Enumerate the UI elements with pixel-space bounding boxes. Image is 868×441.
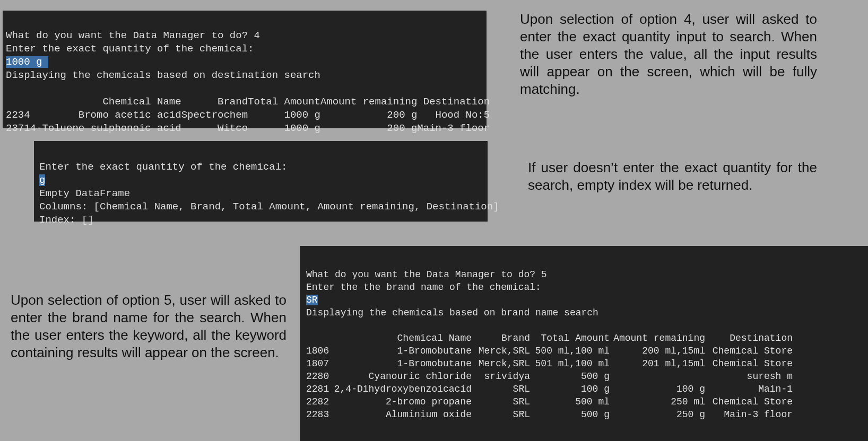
t3-r3-total: 100 g: [530, 383, 610, 395]
t1-h-dest: Destination: [417, 95, 490, 109]
t1-r1-idx: 2371: [6, 122, 30, 135]
t1-display-line: Displaying the chemicals based on destin…: [6, 69, 320, 81]
terminal-3: What do you want the Data Manager to do?…: [300, 246, 868, 441]
table-row: 22822-bromo propaneSRL500 ml250 mlChemic…: [306, 395, 793, 408]
table-row: 18061-BromobutaneMerck,SRL500 ml,100 ml2…: [306, 345, 793, 357]
terminal-1: What do you want the Data Manager to do?…: [3, 11, 487, 128]
t3-r0-total: 500 ml,100 ml: [530, 345, 610, 357]
table-row: 2280Cyanouric chloridesrividya500 gsures…: [306, 370, 793, 383]
t1-r0-total: 1000 g: [248, 109, 320, 122]
t3-r2-dest: suresh m: [705, 370, 793, 383]
t1-h-total: Total Amount: [248, 95, 320, 109]
t1-header-row: Chemical NameBrandTotal AmountAmount rem…: [6, 95, 490, 109]
t1-r1-cname: 4-Toluene sulphonoic acid: [30, 122, 181, 135]
t3-r3-cname: 2,4-Dihydroxybenzoicacid: [333, 383, 472, 395]
t1-r0-dest: Hood No:5: [417, 109, 490, 122]
t3-h-total: Total Amount: [530, 332, 610, 345]
t1-r0-remain: 200 g: [320, 109, 417, 122]
t3-prompt-line: What do you want the Data Manager to do?…: [306, 269, 547, 280]
t1-r0-idx: 2234: [6, 109, 30, 122]
t3-header-row: Chemical NameBrandTotal AmountAmount rem…: [306, 332, 793, 345]
t1-table: Chemical NameBrandTotal AmountAmount rem…: [6, 95, 490, 135]
t2-columns-line: Columns: [Chemical Name, Brand, Total Am…: [39, 201, 499, 213]
t1-r1-dest: Main-3 floor: [417, 122, 490, 135]
t3-r4-remain: 250 ml: [610, 395, 705, 408]
t3-r4-total: 500 ml: [530, 395, 610, 408]
t3-enter-line: Enter the the brand name of the chemical…: [306, 282, 541, 293]
t1-r0-cname: Bromo acetic acid: [30, 109, 181, 122]
t3-table: Chemical NameBrandTotal AmountAmount rem…: [306, 332, 793, 421]
t3-r2-total: 500 g: [530, 370, 610, 383]
caption-option-4: Upon selection of option 4, user will as…: [520, 11, 817, 98]
t3-r0-dest: Chemical Store: [705, 345, 793, 357]
t3-h-remain: Amount remaining: [610, 332, 705, 345]
t3-r3-idx: 2281: [306, 383, 333, 395]
t3-r3-brand: SRL: [472, 383, 530, 395]
t3-h-idx: [306, 332, 333, 345]
table-row: 18071-BromobutaneMerck,SRL501 ml,100 ml2…: [306, 357, 793, 370]
t3-r1-total: 501 ml,100 ml: [530, 357, 610, 370]
t3-r1-idx: 1807: [306, 357, 333, 370]
caption-empty-index: If user doesn’t enter the exact quantity…: [528, 159, 817, 194]
t3-r1-remain: 201 ml,15ml: [610, 357, 705, 370]
t1-r1-remain: 200 g: [320, 122, 417, 135]
t1-enter-line: Enter the exact quantity of the chemical…: [6, 43, 254, 55]
t3-r5-dest: Main-3 floor: [705, 408, 793, 421]
t3-r2-idx: 2280: [306, 370, 333, 383]
table-row: 23714-Toluene sulphonoic acidWitco1000 g…: [6, 122, 490, 135]
t1-r1-brand: Witco: [181, 122, 248, 135]
t3-r5-remain: 250 g: [610, 408, 705, 421]
t1-prompt-line: What do you want the Data Manager to do?…: [6, 30, 260, 41]
t3-r4-idx: 2282: [306, 395, 333, 408]
t3-r0-cname: 1-Bromobutane: [333, 345, 472, 357]
t3-h-dest: Destination: [705, 332, 793, 345]
t2-empty-line: Empty DataFrame: [39, 188, 130, 199]
caption-option-5: Upon selection of option 5, user will as…: [11, 292, 287, 361]
t1-r1-total: 1000 g: [248, 122, 320, 135]
t3-r4-brand: SRL: [472, 395, 530, 408]
t3-input-value: SR: [306, 295, 318, 305]
t1-input-value: 1000 g: [6, 56, 48, 68]
t3-r2-remain: [610, 370, 705, 383]
table-row: 22812,4-DihydroxybenzoicacidSRL100 g100 …: [306, 383, 793, 395]
terminal-2: Enter the exact quantity of the chemical…: [34, 141, 488, 222]
t3-h-brand: Brand: [472, 332, 530, 345]
t3-display-line: Displaying the chemicals based on brand …: [306, 307, 598, 318]
t3-r5-brand: SRL: [472, 408, 530, 421]
t1-h-cname: Chemical Name: [30, 95, 181, 109]
t2-input-value: g: [39, 174, 45, 186]
t3-r5-idx: 2283: [306, 408, 333, 421]
t1-h-brand: Brand: [181, 95, 248, 109]
t1-r0-brand: Spectrochem: [181, 109, 248, 122]
t3-r4-cname: 2-bromo propane: [333, 395, 472, 408]
t3-r3-dest: Main-1: [705, 383, 793, 395]
table-row: 2234Bromo acetic acidSpectrochem1000 g20…: [6, 109, 490, 122]
t3-h-cname: Chemical Name: [333, 332, 472, 345]
t3-r2-brand: srividya: [472, 370, 530, 383]
t2-index-line: Index: []: [39, 214, 94, 226]
t3-r5-total: 500 g: [530, 408, 610, 421]
table-row: 2283Aluminium oxideSRL500 g250 gMain-3 f…: [306, 408, 793, 421]
t3-r0-remain: 200 ml,15ml: [610, 345, 705, 357]
t3-r5-cname: Aluminium oxide: [333, 408, 472, 421]
t3-r1-cname: 1-Bromobutane: [333, 357, 472, 370]
t3-r0-idx: 1806: [306, 345, 333, 357]
t3-r1-brand: Merck,SRL: [472, 357, 530, 370]
t3-r3-remain: 100 g: [610, 383, 705, 395]
t3-r1-dest: Chemical Store: [705, 357, 793, 370]
t3-r2-cname: Cyanouric chloride: [333, 370, 472, 383]
t3-r4-dest: Chemical Store: [705, 395, 793, 408]
t1-h-remain: Amount remaining: [320, 95, 417, 109]
t1-h-idx: [6, 95, 30, 109]
t3-r0-brand: Merck,SRL: [472, 345, 530, 357]
t2-enter-line: Enter the exact quantity of the chemical…: [39, 161, 287, 173]
